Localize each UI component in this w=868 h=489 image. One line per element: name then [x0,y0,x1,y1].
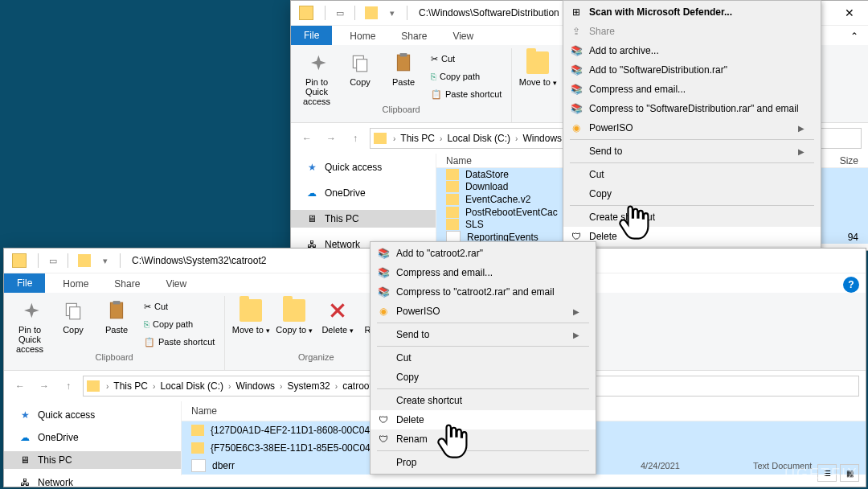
copy-path-button[interactable]: ⎘Copy path [428,68,505,85]
ribbon-group-clipboard: Clipboard [96,352,133,362]
up-button[interactable]: ↑ [346,129,365,148]
pc-icon: 🖥 [18,454,31,466]
ctx-delete[interactable]: 🛡Delete [371,410,596,429]
folder-icon [191,425,204,436]
folder-icon [299,6,313,20]
tab-share[interactable]: Share [101,275,153,293]
pc-icon: 🖥 [305,212,318,225]
help-button[interactable]: ? [843,277,859,293]
paste-button[interactable]: Paste [97,296,136,335]
pin-to-quick-access-button[interactable]: Pin to Quick access [10,296,49,354]
copy-button[interactable]: Copy [341,48,379,87]
defender-icon: ⊞ [570,6,583,18]
tab-home[interactable]: Home [337,27,388,45]
ctx-rename[interactable]: 🛡Renam [371,429,596,449]
ctx-poweriso[interactable]: ◉PowerISO▶ [371,302,596,321]
winrar-icon: 📚 [570,44,583,57]
folder-icon [446,194,459,205]
cut-button[interactable]: ✂Cut [141,298,218,315]
shortcut-icon: 📋 [431,89,442,100]
submenu-arrow-icon: ▶ [573,307,579,316]
copy-to-button[interactable]: Copy to ▾ [275,296,313,335]
ctx-create-shortcut[interactable]: Create shortcut [563,208,821,227]
folder-icon [365,6,378,19]
winrar-icon: 📚 [570,83,583,96]
folder-icon [446,219,459,230]
tab-share[interactable]: Share [388,27,440,45]
qat-props-icon[interactable]: ▭ [45,253,61,269]
nav-quick-access[interactable]: ★Quick access [291,158,436,176]
ctx-add-rar[interactable]: 📚Add to "SoftwareDistribution.rar" [563,60,821,80]
poweriso-icon: ◉ [570,121,583,134]
up-button[interactable]: ↑ [59,376,78,396]
folder-icon [87,380,100,392]
watermark: UGETFIX [784,466,858,483]
nav-this-pc[interactable]: 🖥This PC [4,451,181,469]
close-button[interactable]: ✕ [831,1,868,25]
ctx-compress-rar-email[interactable]: 📚Compress to "catroot2.rar" and email [371,282,596,302]
ctx-add-archive[interactable]: 📚Add to archive... [563,41,821,60]
ctx-compress-email[interactable]: 📚Compress and email... [563,80,821,99]
ctx-cut[interactable]: Cut [563,165,821,184]
submenu-arrow-icon: ▶ [798,124,805,133]
quick-access-toolbar: ▭ ▾ [291,5,414,21]
forward-button[interactable]: → [321,129,341,148]
winrar-icon: 📚 [377,266,390,279]
nav-quick-access[interactable]: ★Quick access [4,406,181,424]
ribbon-expand-icon[interactable]: ⌃ [841,27,868,45]
share-icon: ⇪ [570,25,583,38]
delete-button[interactable]: Delete ▾ [318,296,357,335]
nav-onedrive[interactable]: ☁OneDrive [4,429,181,446]
forward-button[interactable]: → [35,376,54,396]
qat-dropdown-icon[interactable]: ▾ [97,253,113,269]
tab-file[interactable]: File [4,273,45,293]
ctx-properties[interactable]: Prop [371,453,596,472]
pin-to-quick-access-button[interactable]: Pin to Quick access [297,48,336,106]
ctx-cut[interactable]: Cut [371,348,596,368]
shortcut-icon: 📋 [144,337,155,347]
folder-icon [446,207,459,218]
folder-icon [374,133,387,144]
path-icon: ⎘ [431,72,436,81]
cut-button[interactable]: ✂Cut [428,50,505,68]
tab-file[interactable]: File [291,26,332,45]
nav-onedrive[interactable]: ☁OneDrive [291,184,436,202]
quick-access-toolbar: ▭ ▾ [4,253,127,269]
ctx-send-to[interactable]: Send to▶ [563,142,821,161]
ctx-scan-defender[interactable]: ⊞Scan with Microsoft Defender... [563,2,821,22]
ctx-copy[interactable]: Copy [371,368,596,387]
ctx-share[interactable]: ⇪Share [563,22,821,41]
svg-rect-7 [113,301,121,304]
ribbon-group-organize: Organize [298,352,334,362]
tab-view[interactable]: View [440,27,486,45]
back-button[interactable]: ← [10,376,30,396]
ctx-poweriso[interactable]: ◉PowerISO▶ [563,118,821,138]
star-icon: ★ [305,161,318,174]
copy-path-button[interactable]: ⎘Copy path [141,315,218,333]
copy-button[interactable]: Copy [54,296,92,335]
submenu-arrow-icon: ▶ [573,331,579,339]
poweriso-icon: ◉ [377,305,390,318]
ctx-add-rar[interactable]: 📚Add to "catroot2.rar" [371,244,596,263]
ctx-send-to[interactable]: Send to▶ [371,325,596,344]
nav-network[interactable]: 🖧Network [4,474,181,489]
tab-view[interactable]: View [153,275,199,293]
ctx-create-shortcut[interactable]: Create shortcut [371,391,596,410]
tab-home[interactable]: Home [50,275,101,293]
qat-dropdown-icon[interactable]: ▾ [384,5,400,21]
move-to-button[interactable]: Move to ▾ [231,296,270,335]
ctx-compress-email[interactable]: 📚Compress and email... [371,263,596,282]
paste-shortcut-button[interactable]: 📋Paste shortcut [141,333,218,351]
paste-button[interactable]: Paste [384,48,423,87]
svg-rect-2 [397,55,409,71]
back-button[interactable]: ← [297,129,317,148]
move-to-button[interactable]: Move to ▾ [518,48,557,88]
ctx-compress-rar-email[interactable]: 📚Compress to "SoftwareDistribution.rar" … [563,99,821,118]
paste-shortcut-button[interactable]: 📋Paste shortcut [428,85,505,103]
nav-pane: ★Quick access ☁OneDrive 🖥This PC 🖧Networ… [4,401,182,475]
qat-props-icon[interactable]: ▭ [332,5,348,21]
ctx-copy[interactable]: Copy [563,184,821,203]
context-menu: 📚Add to "catroot2.rar" 📚Compress and ema… [370,241,596,475]
ctx-delete[interactable]: 🛡Delete [563,227,821,246]
nav-this-pc[interactable]: 🖥This PC [291,210,436,228]
